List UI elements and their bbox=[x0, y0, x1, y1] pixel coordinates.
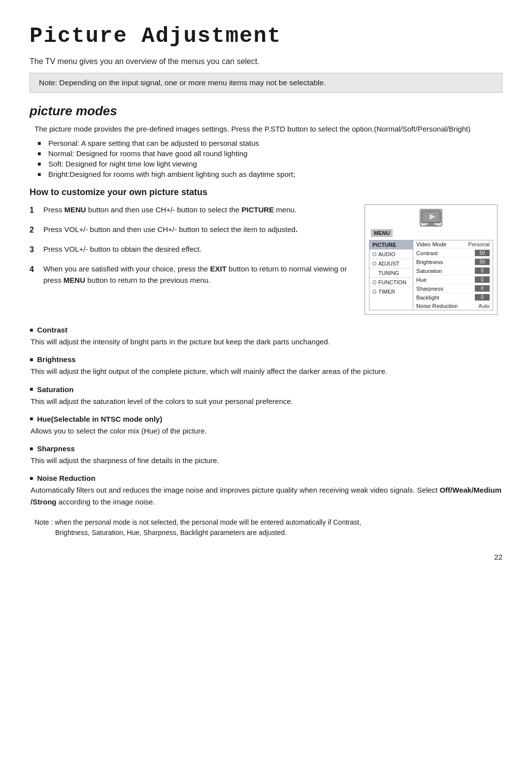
backlight-label: Backlight bbox=[416, 295, 439, 301]
step-num-1: 1 bbox=[30, 204, 38, 216]
menu-row-sharpness: Sharpness 0 bbox=[413, 284, 493, 293]
brightness-heading-text: Brightness bbox=[37, 355, 75, 364]
menu-item-tuning: TUNING bbox=[369, 268, 413, 278]
sharpness-heading: Sharpness bbox=[30, 444, 502, 453]
backlight-value: 0 bbox=[475, 294, 490, 301]
footer-note2: Brightness, Saturation, Hue, Sharpness, … bbox=[30, 528, 502, 538]
menu-rows: PICTURE AUDIO ADJUST TUNING bbox=[369, 240, 493, 310]
brightness-desc: This will adjust the light output of the… bbox=[30, 366, 502, 377]
section1-heading: picture modes bbox=[30, 103, 502, 119]
hue-value: 0 bbox=[475, 276, 490, 283]
menu-item-audio: AUDIO bbox=[369, 250, 413, 259]
step-num-3: 3 bbox=[30, 244, 38, 256]
sharpness-value: 0 bbox=[475, 285, 490, 292]
tuning-label: TUNING bbox=[372, 270, 399, 276]
picture-modes-list: Personal: A spare setting that can be ad… bbox=[30, 139, 502, 178]
brightness-label: Brightness bbox=[416, 259, 443, 265]
step-text-4: When you are satisfied with your choice,… bbox=[43, 264, 350, 286]
contrast-label: Contrast bbox=[416, 250, 437, 256]
radio-function bbox=[372, 280, 376, 284]
step-4: 4 When you are satisfied with your choic… bbox=[30, 264, 350, 286]
saturation-heading: Saturation bbox=[30, 385, 502, 394]
step-num-4: 4 bbox=[30, 264, 38, 286]
function-label: FUNCTION bbox=[378, 279, 406, 285]
contrast-desc: This will adjust the intensity of bright… bbox=[30, 336, 502, 347]
videomode-label: Video Mode bbox=[416, 241, 446, 247]
radio-timer bbox=[372, 290, 376, 294]
step-num-2: 2 bbox=[30, 224, 38, 236]
noisereduction-text-after: according to the image noise. bbox=[59, 498, 155, 506]
step-2: 2 Press VOL+/- button and then use CH+/-… bbox=[30, 224, 350, 236]
sharpness-section: Sharpness This will adjust the sharpness… bbox=[30, 444, 502, 466]
contrast-value: 50 bbox=[475, 250, 490, 256]
hue-heading-text: Hue(Selectable in NTSC mode only) bbox=[37, 415, 162, 423]
step-1: 1 Press MENU button and then use CH+/- b… bbox=[30, 204, 350, 216]
saturation-desc: This will adjust the saturation level of… bbox=[30, 396, 502, 407]
hue-label: Hue bbox=[416, 277, 427, 283]
videomode-value: Personal bbox=[468, 241, 490, 247]
saturation-heading-text: Saturation bbox=[37, 385, 73, 394]
menu-label-area: MENU bbox=[369, 229, 493, 240]
tv-menu-diagram: MENU PICTURE AUDIO ADJUST bbox=[365, 204, 498, 315]
menu-left-panel: PICTURE AUDIO ADJUST TUNING bbox=[369, 240, 413, 310]
noisereduction-text-before: Automatically filters out and reduces th… bbox=[31, 486, 437, 494]
steps-column: 1 Press MENU button and then use CH+/- b… bbox=[30, 204, 350, 294]
tv-icon-area bbox=[369, 209, 493, 227]
noisereduction-label: Noise Reduction bbox=[416, 303, 458, 309]
subtitle-text: The TV menu gives you an overview of the… bbox=[30, 57, 502, 66]
hue-section: Hue(Selectable in NTSC mode only) Allows… bbox=[30, 415, 502, 436]
radio-adjust bbox=[372, 262, 376, 266]
sharpness-label: Sharpness bbox=[416, 286, 443, 292]
contrast-section: Contrast This will adjust the intensity … bbox=[30, 326, 502, 347]
hue-desc: Allows you to select the color mix (Hue)… bbox=[30, 425, 502, 436]
noisereduction-heading: Noise Reduction bbox=[30, 474, 502, 482]
menu-item-function: FUNCTION bbox=[369, 278, 413, 287]
timer-label: TIMER bbox=[378, 289, 395, 295]
radio-audio bbox=[372, 252, 376, 256]
step-text-3: Press VOL+/- button to obtain the desire… bbox=[43, 244, 201, 256]
menu-row-contrast: Contrast 50 bbox=[413, 249, 493, 258]
section1-intro: The picture mode provides the pre-define… bbox=[30, 125, 502, 133]
picture-label: PICTURE bbox=[372, 242, 396, 248]
steps-and-diagram: 1 Press MENU button and then use CH+/- b… bbox=[30, 204, 502, 315]
menu-row-backlight: Backlight 0 bbox=[413, 293, 493, 302]
brightness-value: 50 bbox=[475, 259, 490, 265]
footer-note: Note : when the personal mode is not sel… bbox=[30, 517, 502, 528]
list-item: Personal: A spare setting that can be ad… bbox=[37, 139, 502, 147]
saturation-section: Saturation This will adjust the saturati… bbox=[30, 385, 502, 407]
noisereduction-section: Noise Reduction Automatically filters ou… bbox=[30, 474, 502, 507]
menu-label-text: MENU bbox=[371, 229, 393, 237]
menu-item-adjust: ADJUST bbox=[369, 259, 413, 268]
svg-rect-2 bbox=[426, 225, 436, 226]
page-number: 22 bbox=[30, 553, 502, 561]
list-item: Bright:Designed for rooms with high ambi… bbox=[37, 170, 502, 178]
menu-item-picture: PICTURE bbox=[369, 240, 413, 250]
contrast-heading-text: Contrast bbox=[37, 326, 67, 334]
step-text-2: Press VOL+/- button and then use CH+/- b… bbox=[43, 224, 298, 236]
menu-right-panel: Video Mode Personal Contrast 50 Brightne… bbox=[413, 240, 493, 310]
sharpness-desc: This will adjust the sharpness of fine d… bbox=[30, 455, 502, 466]
menu-row-noisereduction: Noise Reduction Auto bbox=[413, 302, 493, 310]
svg-rect-1 bbox=[428, 223, 434, 225]
menu-row-brightness: Brightness 50 bbox=[413, 258, 493, 267]
brightness-section: Brightness This will adjust the light ou… bbox=[30, 355, 502, 377]
menu-row-saturation: Saturation 0 bbox=[413, 267, 493, 275]
step-text-1: Press MENU button and then use CH+/- but… bbox=[43, 204, 297, 216]
menu-row-videomode: Video Mode Personal bbox=[413, 240, 493, 249]
saturation-value: 0 bbox=[475, 267, 490, 274]
section2-heading: How to customize your own picture status bbox=[30, 187, 502, 198]
menu-row-hue: Hue 0 bbox=[413, 275, 493, 284]
hue-heading: Hue(Selectable in NTSC mode only) bbox=[30, 415, 502, 423]
diagram-column: MENU PICTURE AUDIO ADJUST bbox=[365, 204, 502, 315]
noisereduction-desc: Automatically filters out and reduces th… bbox=[30, 484, 502, 507]
sharpness-heading-text: Sharpness bbox=[37, 444, 75, 453]
menu-item-timer: TIMER bbox=[369, 287, 413, 296]
saturation-label: Saturation bbox=[416, 268, 442, 274]
tv-screen-icon bbox=[420, 209, 442, 227]
page-title: Picture Adjustment bbox=[30, 24, 502, 48]
brightness-heading: Brightness bbox=[30, 355, 502, 364]
noisereduction-value: Auto bbox=[478, 303, 490, 309]
step-3: 3 Press VOL+/- button to obtain the desi… bbox=[30, 244, 350, 256]
adjust-label: ADJUST bbox=[378, 261, 399, 267]
contrast-heading: Contrast bbox=[30, 326, 502, 334]
